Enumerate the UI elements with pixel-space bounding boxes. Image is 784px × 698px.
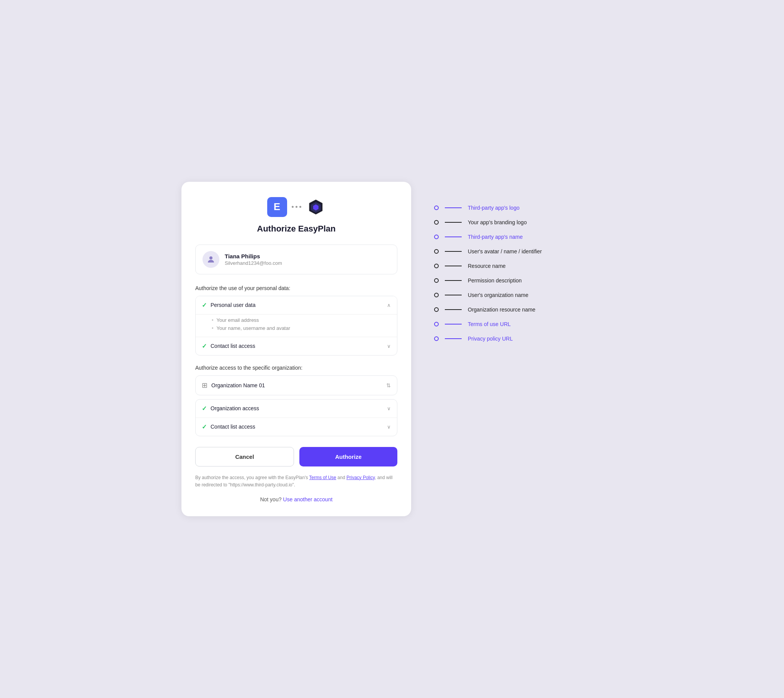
user-email: Silverhand1234@foo.com	[225, 260, 282, 266]
updown-icon: ⇅	[386, 382, 391, 389]
page-wrapper: E Authorize EasyPlan	[181, 182, 603, 516]
annotation-label: Your app's branding logo	[468, 219, 527, 226]
personal-permissions-box: ✓ Personal user data ∧ Your email addres…	[195, 296, 397, 356]
building-icon: ⊞	[202, 381, 208, 390]
privacy-link[interactable]: Privacy Policy	[346, 475, 375, 480]
annotation-item: Organization resource name	[434, 306, 603, 313]
user-card: Tiana Philips Silverhand1234@foo.com	[195, 245, 397, 274]
app-logo-e: E	[267, 197, 287, 217]
perm-name: Personal user data	[211, 302, 256, 308]
annotation-item: Terms of use URL	[434, 321, 603, 327]
org-contact-item[interactable]: ✓ Contact list access ∨	[196, 418, 397, 436]
annotation-dot	[434, 249, 439, 254]
legal-text: By authorize the access, you agree with …	[195, 474, 397, 489]
annotation-item: Privacy policy URL	[434, 336, 603, 342]
annotation-line	[445, 338, 462, 339]
button-row: Cancel Authorize	[195, 447, 397, 466]
org-dropdown[interactable]: ⊞ Organization Name 01 ⇅	[195, 375, 397, 395]
org-permissions-box: ✓ Organization access ∨ ✓ Contact list a…	[195, 399, 397, 436]
chevron-down-icon: ∨	[387, 343, 391, 349]
chevron-up-icon: ∧	[387, 302, 391, 308]
annotation-item: Third-party app's logo	[434, 205, 603, 211]
org-name: Organization Name 01	[211, 382, 382, 389]
not-you-section: Not you? Use another account	[195, 496, 397, 502]
annotation-item: Third-party app's name	[434, 234, 603, 240]
third-party-logo	[306, 197, 326, 217]
sub-item-email: Your email address	[212, 316, 391, 324]
org-contact-name: Contact list access	[211, 424, 255, 430]
annotation-item: Your app's branding logo	[434, 219, 603, 226]
annotation-line	[445, 309, 462, 310]
annotation-label: Third-party app's logo	[468, 205, 519, 211]
annotation-line	[445, 222, 462, 223]
annotation-line	[445, 265, 462, 266]
annotation-dot	[434, 322, 439, 326]
annotation-label: Terms of use URL	[468, 321, 511, 327]
annotation-dot	[434, 235, 439, 239]
contact-perm-name: Contact list access	[211, 343, 255, 349]
annotation-dot	[434, 336, 439, 341]
annotation-dot	[434, 263, 439, 268]
annotation-line	[445, 251, 462, 252]
personal-data-sub-items: Your email address Your name, username a…	[196, 314, 397, 337]
annotation-line	[445, 295, 462, 295]
authorize-button[interactable]: Authorize	[299, 447, 397, 466]
annotation-item: User's avatar / name / identifier	[434, 249, 603, 255]
annotation-label: User's organization name	[468, 292, 528, 298]
annotation-label: Third-party app's name	[468, 234, 523, 240]
org-contact-chevron: ∨	[387, 424, 391, 430]
cancel-button[interactable]: Cancel	[195, 447, 294, 466]
annotation-item: Resource name	[434, 263, 603, 269]
logo-row: E	[195, 197, 397, 217]
authorize-card: E Authorize EasyPlan	[181, 182, 411, 516]
annotation-item: Permission description	[434, 277, 603, 283]
org-access-item[interactable]: ✓ Organization access ∨	[196, 400, 397, 418]
org-access-left: ✓ Organization access	[202, 405, 259, 412]
org-contact-left: ✓ Contact list access	[202, 423, 255, 431]
annotation-line	[445, 207, 462, 208]
annotation-label: Privacy policy URL	[468, 336, 512, 342]
check-icon: ✓	[202, 301, 207, 309]
personal-data-item[interactable]: ✓ Personal user data ∧	[196, 296, 397, 314]
annotation-label: User's avatar / name / identifier	[468, 249, 542, 255]
user-info: Tiana Philips Silverhand1234@foo.com	[225, 253, 282, 266]
annotation-item: User's organization name	[434, 292, 603, 298]
sub-item-name: Your name, username and avatar	[212, 324, 391, 332]
page-title: Authorize EasyPlan	[195, 224, 397, 234]
check-icon-org: ✓	[202, 405, 207, 412]
avatar	[203, 251, 219, 268]
annotation-label: Organization resource name	[468, 306, 535, 313]
annotation-dot	[434, 220, 439, 225]
perm-left: ✓ Personal user data	[202, 301, 256, 309]
check-icon-contact: ✓	[202, 342, 207, 350]
annotation-line	[445, 237, 462, 237]
org-access-name: Organization access	[211, 405, 259, 412]
annotation-dot	[434, 307, 439, 312]
org-access-chevron: ∨	[387, 406, 391, 412]
terms-link[interactable]: Terms of Use	[309, 475, 336, 480]
personal-section-label: Authorize the use of your personal data:	[195, 285, 397, 291]
svg-point-3	[209, 257, 212, 260]
check-icon-org-contact: ✓	[202, 423, 207, 431]
annotation-dot	[434, 278, 439, 283]
annotation-label: Resource name	[468, 263, 506, 269]
org-section-label: Authorize access to the specific organiz…	[195, 365, 397, 371]
perm-left-contact: ✓ Contact list access	[202, 342, 255, 350]
switch-account-link[interactable]: Use another account	[283, 496, 332, 502]
annotation-dot	[434, 293, 439, 297]
annotation-line	[445, 324, 462, 324]
annotation-dot	[434, 206, 439, 210]
annotation-label: Permission description	[468, 277, 522, 283]
logo-divider	[292, 206, 301, 208]
annotation-line	[445, 280, 462, 281]
contact-list-item[interactable]: ✓ Contact list access ∨	[196, 337, 397, 355]
user-name: Tiana Philips	[225, 253, 282, 260]
annotations-panel: Third-party app's logoYour app's brandin…	[434, 182, 603, 342]
